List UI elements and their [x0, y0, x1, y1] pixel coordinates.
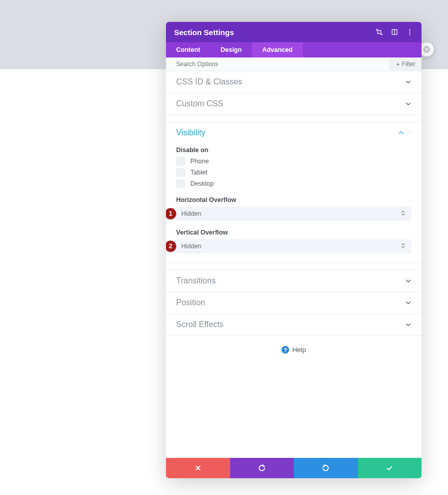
close-icon [194, 464, 202, 472]
help-row[interactable]: ? Help [166, 336, 422, 359]
svg-rect-1 [378, 31, 381, 34]
panel-footer [166, 458, 422, 478]
responsive-icon[interactable] [391, 28, 398, 36]
section-title: Visibility [176, 128, 206, 137]
section-title: CSS ID & Classes [176, 77, 242, 86]
h-overflow-select-wrap: 1 Hidden [176, 207, 411, 221]
v-overflow-label: Vertical Overflow [176, 229, 411, 236]
disable-on-label: Disable on [176, 147, 411, 154]
select-chevron-icon [401, 211, 406, 217]
chevron-down-icon [405, 101, 411, 107]
section-toggle-position[interactable]: Position [166, 292, 422, 313]
checkbox-desktop[interactable] [176, 179, 185, 188]
search-filter-row: + Filter [166, 57, 422, 71]
section-custom-css: Custom CSS [166, 93, 422, 115]
close-icon [423, 45, 431, 53]
annotation-badge-1: 1 [166, 208, 176, 219]
panel-body: CSS ID & Classes Custom CSS Visibility [166, 71, 422, 458]
tab-content[interactable]: Content [166, 42, 210, 57]
select-chevron-icon [401, 243, 406, 250]
tab-bar: Content Design Advanced [166, 42, 422, 57]
chevron-up-icon [398, 130, 404, 136]
svg-point-4 [409, 29, 410, 30]
v-overflow-select-wrap: 2 Hidden [176, 239, 411, 253]
disable-phone-row: Phone [176, 157, 411, 166]
section-transitions: Transitions [166, 270, 422, 292]
filter-button[interactable]: + Filter [389, 57, 422, 71]
panel-header: Section Settings [166, 22, 422, 42]
redo-icon [322, 464, 329, 472]
section-scroll-effects: Scroll Effects [166, 314, 422, 336]
cancel-button[interactable] [166, 458, 230, 478]
svg-point-8 [409, 132, 410, 132]
checkbox-desktop-label: Desktop [190, 180, 214, 187]
checkbox-phone-label: Phone [190, 158, 209, 165]
section-title: Transitions [176, 276, 216, 285]
section-position: Position [166, 292, 422, 314]
v-overflow-select[interactable]: Hidden [176, 239, 411, 253]
search-input[interactable] [166, 61, 389, 68]
filter-label: Filter [402, 61, 415, 68]
section-toggle-custom-css[interactable]: Custom CSS [166, 93, 422, 114]
redo-button[interactable] [294, 458, 358, 478]
checkbox-tablet-label: Tablet [190, 169, 207, 176]
expand-icon[interactable] [376, 28, 383, 36]
check-icon [386, 464, 393, 472]
section-toggle-css-id[interactable]: CSS ID & Classes [166, 71, 422, 93]
section-title: Scroll Effects [176, 320, 223, 329]
annotation-badge-2: 2 [166, 241, 176, 252]
section-divider [166, 263, 422, 270]
disable-desktop-row: Desktop [176, 179, 411, 188]
section-body-visibility: Disable on Phone Tablet Desktop Horizont… [166, 147, 422, 263]
chevron-down-icon [405, 79, 411, 85]
section-toggle-scroll-effects[interactable]: Scroll Effects [166, 314, 422, 335]
help-icon: ? [282, 346, 289, 354]
header-actions [376, 28, 413, 36]
confirm-button[interactable] [358, 458, 422, 478]
undo-button[interactable] [230, 458, 294, 478]
section-visibility: Visibility Disable on Phone Tablet [166, 122, 422, 263]
chevron-down-icon [405, 278, 411, 284]
tab-design[interactable]: Design [210, 42, 252, 57]
section-divider [166, 115, 422, 122]
tab-advanced[interactable]: Advanced [252, 42, 303, 57]
chevron-down-icon [405, 300, 411, 306]
svg-point-5 [409, 32, 410, 33]
section-toggle-visibility[interactable]: Visibility [166, 122, 422, 143]
svg-point-9 [409, 132, 410, 133]
chevron-down-icon [405, 322, 411, 328]
h-overflow-select[interactable]: Hidden [176, 207, 411, 221]
svg-point-6 [409, 34, 410, 35]
plus-icon: + [396, 61, 400, 68]
close-panel-button[interactable] [419, 42, 434, 56]
section-title: Position [176, 298, 205, 307]
section-menu-icon[interactable] [409, 129, 411, 137]
checkbox-tablet[interactable] [176, 168, 185, 177]
panel-title: Section Settings [174, 28, 376, 37]
section-toggle-transitions[interactable]: Transitions [166, 270, 422, 292]
menu-kebab-icon[interactable] [406, 28, 413, 36]
h-overflow-label: Horizontal Overflow [176, 196, 411, 203]
section-title: Custom CSS [176, 99, 223, 108]
disable-tablet-row: Tablet [176, 168, 411, 177]
section-css-id-classes: CSS ID & Classes [166, 71, 422, 93]
settings-panel: Section Settings Content Design Advanced… [166, 22, 422, 478]
help-label: Help [292, 346, 306, 354]
undo-icon [258, 464, 265, 472]
checkbox-phone[interactable] [176, 157, 185, 166]
svg-point-7 [409, 131, 410, 132]
